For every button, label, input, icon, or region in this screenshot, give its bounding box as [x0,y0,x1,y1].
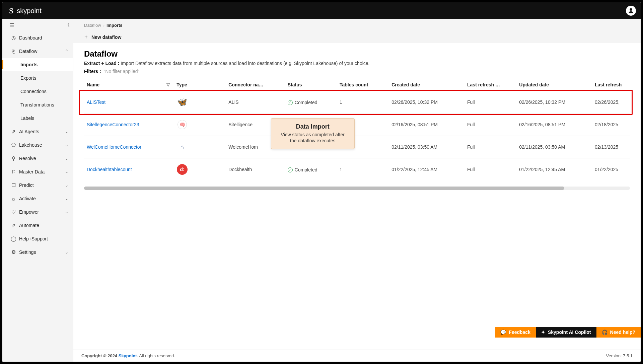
sidebar-item-label: Automate [19,223,68,228]
dataflow-name-link[interactable]: WelComeHomeConnector [87,144,141,150]
brand[interactable]: S skypoint [9,6,42,15]
sidebar-item-dashboard[interactable]: ◷Dashboard [2,31,73,45]
footer: Copyright © 2024 Skypoint. All rights re… [73,350,641,362]
sidebar-item-lakehouse[interactable]: ⬠Lakehouse⌄ [2,138,73,152]
chevron-up-icon: ⌃ [65,49,68,54]
feedback-button[interactable]: 💬Feedback [495,327,536,338]
th-lastrefresh[interactable]: Last refresh … [465,79,516,91]
table-row[interactable]: WelComeHomeConnector⌂WelcomeHom02/11/202… [84,136,630,158]
sidebar-subitem-transformations[interactable]: Transformations [2,98,73,112]
sidebar-item-resolve[interactable]: ⚲Resolve⌄ [2,152,73,165]
sidebar-subitem-connections[interactable]: Connections [2,85,73,98]
sidebar-item-ai-agents[interactable]: ⇗AI Agents⌄ [2,125,73,138]
th-status[interactable]: Status [285,79,337,91]
page-subtitle: Extract + Load : Import Dataflow extract… [84,61,630,66]
horizontal-scrollbar[interactable] [84,187,630,190]
dataflow-name-link[interactable]: Dockhealthtablecount [87,167,132,172]
people-icon: ⚐ [10,169,17,175]
user-icon [627,7,635,14]
sidebar-item-master-data[interactable]: ⚐Master Data⌄ [2,165,73,178]
help-icon: ◯ [10,236,17,242]
topbar: S skypoint [2,2,641,19]
new-dataflow-button[interactable]: ＋ New dataflow [83,33,121,41]
sidebar-item-label: Activate [19,196,65,201]
brand-name: skypoint [17,7,41,15]
chevron-down-icon: ⌄ [65,183,68,188]
th-name[interactable]: Name▽ [84,79,174,91]
cube-icon: ⬠ [10,142,17,148]
sidebar-item-label: AI Agents [19,129,65,134]
avatar-button[interactable] [626,6,636,16]
page-title: Dataflow [84,49,630,59]
th-connector[interactable]: Connector na… [226,79,285,91]
th-created[interactable]: Created date [389,79,465,91]
chevron-down-icon: ⌄ [65,156,68,161]
sidebar-subitem-exports[interactable]: Exports [2,71,73,85]
dataflow-name-link[interactable]: ALISTest [87,99,105,105]
butterfly-icon: 🦋 [176,96,188,108]
shield-icon: ♡ [10,209,17,215]
main: Dataflow › Imports ＋ New dataflow Datafl… [73,19,641,362]
table-row[interactable]: SitellegenceConnector23🧠Sitelligence02/1… [84,114,630,136]
sidebar-subitem-imports[interactable]: Imports [2,58,73,71]
footer-brand-link[interactable]: Skypoint. [119,353,138,358]
filter-icon[interactable]: ▽ [166,82,170,87]
need-help-button[interactable]: 🎧Need help? [596,327,641,338]
th-lastdate[interactable]: Last refresh [592,79,630,91]
sidebar-item-settings[interactable]: ⚙Settings⌄ [2,245,73,259]
sidebar-item-label: Predict [19,183,65,188]
sidebar-item-label: Lakehouse [19,142,65,148]
filters-row: Filters : "No filter applied" [84,69,630,74]
th-updated[interactable]: Updated date [516,79,592,91]
chevron-right-icon: › [103,23,104,28]
sidebar-item-activate[interactable]: ☼Activate⌄ [2,192,73,205]
footer-actions: 💬Feedback ✦Skypoint AI Copilot 🎧Need hel… [495,327,641,338]
sidebar-item-empower[interactable]: ♡Empower⌄ [2,205,73,219]
sidebar-item-label: Help+Support [19,236,68,241]
sidebar-item-help-support[interactable]: ◯Help+Support [2,232,73,245]
sidebar-item-label: Master Data [19,169,65,174]
dock-icon: d: [177,164,188,175]
chevron-down-icon: ⌄ [65,196,68,201]
sidebar-item-label: Dataflow [19,49,65,54]
chevron-down-icon: ⌄ [65,169,68,174]
chevron-down-icon: ⌄ [65,250,68,254]
sidebar-item-dataflow[interactable]: ⎘Dataflow⌃ [2,45,73,58]
sidebar-item-label: Dashboard [19,35,68,41]
copilot-button[interactable]: ✦Skypoint AI Copilot [536,327,596,338]
chevron-down-icon: ⌄ [65,129,68,134]
check-circle-icon: ✓ [288,167,293,172]
predict-icon: ☐ [10,182,17,188]
table-row[interactable]: Dockhealthtablecountd:Dockhealth✓Complet… [84,158,630,181]
sidebar-item-label: Resolve [19,156,65,161]
house-icon: ⌂ [176,141,188,153]
check-circle-icon: ✓ [288,100,293,105]
chevron-down-icon: ⌄ [65,210,68,214]
breadcrumb: Dataflow › Imports [73,19,641,31]
flow-icon: ⎘ [10,49,17,54]
table-row[interactable]: ALISTest🦋ALIS✓Completed102/26/2025, 10:3… [84,91,630,114]
plus-icon: ＋ [83,33,89,41]
hamburger-icon[interactable]: ☰ [10,22,14,28]
brand-logo: S [9,6,13,15]
brain-icon: 🧠 [177,120,187,129]
chevron-down-icon: ⌄ [65,143,68,147]
sidebar-item-automate[interactable]: ⇗Automate [2,219,73,232]
sidebar-subitem-labels[interactable]: Labels [2,112,73,125]
automate-icon: ⇗ [10,222,17,228]
chat-icon: 💬 [500,330,506,335]
sidebar-item-label: Settings [19,249,65,255]
dataflow-table: Name▽ Type Connector na… Status Tables c… [84,79,630,180]
th-tables[interactable]: Tables count [337,79,389,91]
dataflow-name-link[interactable]: SitellegenceConnector23 [87,122,139,127]
headset-icon: 🎧 [602,330,608,335]
collapse-sidebar-button[interactable]: 《 [65,22,68,28]
sidebar-item-label: Empower [19,209,65,215]
breadcrumb-root[interactable]: Dataflow [84,23,101,28]
bulb-icon: ☼ [10,196,17,202]
th-type[interactable]: Type [174,79,226,91]
toolbar: ＋ New dataflow [73,31,641,43]
scrollbar-thumb[interactable] [84,187,564,190]
sidebar-item-predict[interactable]: ☐Predict⌄ [2,178,73,192]
content: Dataflow Extract + Load : Import Dataflo… [73,43,641,350]
